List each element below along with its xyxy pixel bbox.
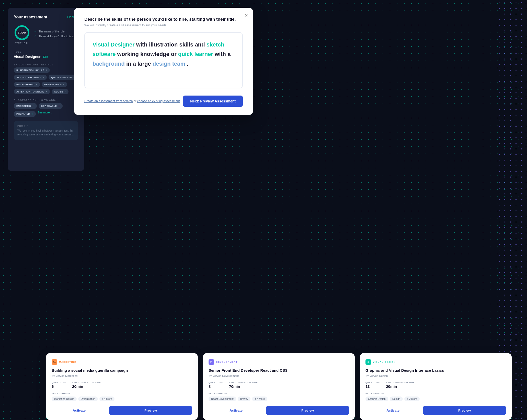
add-skill-icon[interactable]: +: [31, 112, 33, 116]
card-stats-visual: QUESTIONS 13 AVG COMPLETION TIME 20min: [365, 381, 506, 389]
skill-chips-visual: Graphic Design Design + 2 More: [365, 396, 506, 401]
skill-tag-background[interactable]: BACKGROUND ×: [14, 82, 40, 87]
suggest-energetic[interactable]: ENERGETIC +: [14, 103, 37, 109]
checklist-item: ✓ The name of the role: [34, 30, 74, 33]
text-background: background: [93, 61, 125, 67]
pro-tip-text: We recommend having between assessment. …: [17, 129, 75, 136]
skill-groups-label: SKILL GROUPS: [365, 392, 506, 394]
role-section-label: ROLE: [14, 51, 78, 53]
skill-chip-design: Design: [390, 396, 403, 401]
strength-label: STRENGTH: [14, 42, 30, 44]
cards-row: 🏷 MARKETING Building a social media guer…: [46, 353, 512, 420]
marketing-label: MARKETING: [59, 361, 76, 363]
remove-skill-icon[interactable]: ×: [43, 76, 44, 79]
choose-existing-link[interactable]: choose an existing assessment: [137, 99, 180, 103]
description-text-box: Visual Designer with illustration skills…: [84, 32, 243, 88]
modal-close-button[interactable]: ×: [245, 13, 248, 18]
remove-skill-icon[interactable]: ×: [64, 90, 66, 93]
suggested-section-label: SUGGESTED SKILLS TO ADD:: [14, 99, 78, 101]
checklist: ✓ The name of the role ✓ Three skills yo…: [34, 30, 74, 39]
card-actions-marketing: Activate Preview: [52, 406, 192, 415]
panel-header: Your assessment Clear all: [14, 15, 78, 19]
visual-icon: ◈: [365, 359, 371, 365]
preview-button-visual[interactable]: Preview: [423, 406, 506, 415]
skill-tag-design-team[interactable]: DESIGN TEAM ×: [42, 82, 67, 87]
text-and: and: [195, 41, 207, 48]
check-icon: ✓: [34, 34, 37, 38]
text-quick-learner: quick learner: [178, 51, 213, 57]
add-skill-icon[interactable]: +: [58, 104, 60, 108]
text-period: .: [187, 61, 188, 67]
role-name: Visual Designer: [14, 55, 41, 59]
card-category-marketing: 🏷 MARKETING: [52, 359, 192, 365]
skill-groups-label: SKILL GROUPS: [52, 392, 192, 394]
skill-chip-brevity: Brevity: [238, 396, 251, 401]
development-label: DEVELOPMENT: [216, 361, 238, 363]
left-panel: Your assessment Clear all 100% STRENGTH …: [8, 8, 84, 171]
preview-button-marketing[interactable]: Preview: [109, 406, 192, 415]
card-category-development: ⟨/⟩ DEVELOPMENT: [209, 359, 349, 365]
remove-skill-icon[interactable]: ×: [63, 83, 64, 86]
questions-value: 6: [52, 384, 66, 389]
remove-skill-icon[interactable]: ×: [45, 69, 47, 72]
activate-button-visual[interactable]: Activate: [365, 406, 420, 415]
skill-tag-adobe[interactable]: ADOBE ×: [52, 89, 68, 94]
time-label: AVG COMPLETION TIME: [229, 381, 258, 384]
visual-label: VISUAL DESIGN: [373, 361, 396, 363]
text-in-a-large: in a large: [126, 61, 153, 67]
questions-value: 13: [365, 384, 380, 389]
skill-tag-quick-learner[interactable]: QUICK LEARNER ×: [49, 75, 77, 80]
questions-label: QUESTIONS: [52, 381, 66, 384]
next-preview-button[interactable]: Next: Preview Assessment: [183, 96, 243, 107]
skill-chips-marketing: Marketing Design Organisation + 4 More: [52, 396, 192, 401]
edit-role-link[interactable]: Edit: [43, 55, 48, 58]
questions-stat: QUESTIONS 13: [365, 381, 380, 389]
marketing-icon: 🏷: [52, 359, 57, 365]
suggest-prepared[interactable]: PREPARED +: [14, 111, 36, 117]
card-actions-development: Activate Preview: [209, 406, 349, 415]
skill-tag-illustration[interactable]: ILLUSTRATION SKILLS ×: [14, 67, 50, 73]
add-skill-icon[interactable]: +: [32, 104, 34, 108]
strength-circle: 100%: [14, 25, 30, 41]
questions-label: QUESTIONS: [209, 381, 223, 384]
footer-links: Create an assessment from scratch or cho…: [84, 99, 180, 103]
card-category-visual: ◈ VISUAL DESIGN: [365, 359, 506, 365]
text-with-illustration: with illustration skills: [136, 41, 195, 48]
activate-button-marketing[interactable]: Activate: [52, 406, 107, 415]
skill-groups-label: SKILL GROUPS: [209, 392, 349, 394]
pro-tip-box: PRO TIP We recommend having between asse…: [14, 121, 78, 140]
remove-skill-icon[interactable]: ×: [36, 83, 37, 86]
card-author-marketing: By Vervoe Marketing: [52, 374, 192, 377]
text-working: working knowledge or: [117, 51, 178, 57]
skill-chip-graphic: Graphic Design: [365, 396, 388, 401]
preview-button-development[interactable]: Preview: [266, 406, 349, 415]
strength-percent: 100%: [18, 31, 26, 35]
questions-stat: QUESTIONS 8: [209, 381, 223, 389]
card-visual-design: ◈ VISUAL DESIGN Graphic and Visual Desig…: [360, 353, 512, 420]
text-with-a: with a: [215, 51, 231, 57]
skill-chip-more: + 4 More: [252, 396, 267, 401]
skill-chip-more: + 4 More: [99, 396, 115, 401]
strength-section: 100% STRENGTH ✓ The name of the role ✓ T…: [14, 25, 78, 44]
time-label: AVG COMPLETION TIME: [72, 381, 101, 384]
modal-subtitle: We will instantly create a skill assessm…: [84, 24, 243, 27]
development-icon: ⟨/⟩: [209, 359, 214, 365]
skill-tag-sketch[interactable]: SKETCH SOFTWARE ×: [14, 75, 47, 80]
create-from-scratch-link[interactable]: Create an assessment from scratch: [84, 99, 133, 103]
suggest-coachable[interactable]: COACHABLE +: [39, 103, 63, 109]
card-stats-development: QUESTIONS 8 AVG COMPLETION TIME 70min: [209, 381, 349, 389]
card-actions-visual: Activate Preview: [365, 406, 506, 415]
skills-section-label: SKILLS YOU ARE TESTING:: [14, 63, 78, 66]
card-marketing: 🏷 MARKETING Building a social media guer…: [46, 353, 198, 420]
modal: × Describe the skills of the person you'…: [74, 8, 253, 115]
activate-button-development[interactable]: Activate: [209, 406, 264, 415]
see-more-link[interactable]: See more...: [38, 111, 52, 117]
skills-container: ILLUSTRATION SKILLS × SKETCH SOFTWARE × …: [14, 67, 78, 94]
remove-skill-icon[interactable]: ×: [46, 90, 47, 93]
skill-chips-development: React Development Brevity + 4 More: [209, 396, 349, 401]
skill-tag-attention[interactable]: ATTENTION TO DETAIL ×: [14, 89, 50, 94]
card-author-development: By Vervoe Development: [209, 374, 349, 377]
skill-chip: Marketing Design: [52, 396, 77, 401]
card-development: ⟨/⟩ DEVELOPMENT Senior Front End Develop…: [203, 353, 355, 420]
panel-title: Your assessment: [14, 15, 47, 19]
